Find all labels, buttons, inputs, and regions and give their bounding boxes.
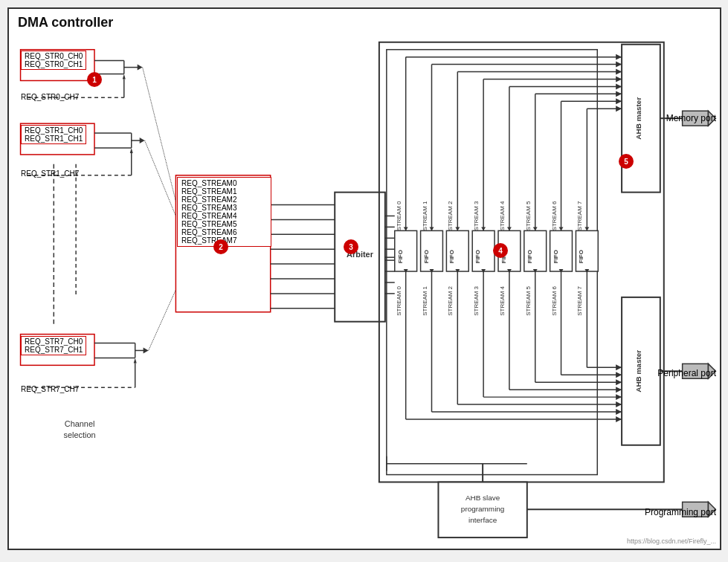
req-str7-ch1: REQ_STR7_CH1 — [25, 346, 83, 354]
svg-marker-175 — [584, 269, 589, 273]
svg-text:selection: selection — [64, 430, 96, 439]
req-str0-ch7: REQ_STR0_CH7 — [21, 92, 79, 101]
stream-req-box: REQ_STREAM0 REQ_STREAM1 REQ_STREAM2 REQ_… — [177, 177, 271, 247]
svg-text:STREAM 4: STREAM 4 — [499, 201, 506, 230]
svg-rect-37 — [335, 193, 385, 322]
req-stream4: REQ_STREAM4 — [181, 212, 267, 220]
req-str7-group: REQ_STR7_CH0 REQ_STR7_CH1 — [21, 336, 86, 355]
svg-line-157 — [145, 140, 176, 216]
svg-marker-119 — [616, 372, 622, 378]
svg-marker-90 — [616, 62, 622, 68]
req-str7-ch0: REQ_STR7_CH0 — [25, 337, 83, 346]
svg-text:STREAM 6: STREAM 6 — [551, 285, 558, 315]
svg-marker-171 — [481, 269, 486, 273]
svg-text:STREAM 1: STREAM 1 — [422, 201, 428, 230]
svg-marker-173 — [533, 269, 538, 273]
svg-text:Channel: Channel — [65, 419, 95, 428]
svg-rect-133 — [438, 482, 526, 537]
programming-port-label: Programming port — [645, 507, 716, 517]
svg-text:STREAM 5: STREAM 5 — [525, 201, 532, 230]
svg-marker-172 — [507, 269, 512, 273]
svg-text:FIFO: FIFO — [448, 250, 455, 263]
svg-text:STREAM 7: STREAM 7 — [576, 201, 583, 230]
svg-text:AHB slave: AHB slave — [466, 494, 500, 502]
svg-marker-118 — [616, 379, 622, 385]
req-str1-ch0: REQ_STR1_CH0 — [25, 126, 83, 135]
svg-marker-115 — [616, 401, 622, 407]
req-stream5: REQ_STREAM5 — [181, 220, 267, 228]
svg-marker-168 — [404, 269, 408, 273]
req-str1-ch7: REQ_STR1_CH7 — [21, 169, 79, 178]
badge-2: 2 — [213, 239, 228, 254]
req-str0-ch1: REQ_STR0_CH1 — [25, 60, 83, 68]
svg-marker-167 — [584, 227, 589, 230]
watermark: https://blog.csdn.net/Firefly_... — [627, 537, 716, 545]
svg-text:STREAM 5: STREAM 5 — [525, 285, 532, 315]
req-stream2: REQ_STREAM2 — [181, 196, 267, 204]
svg-line-158 — [149, 290, 176, 351]
svg-marker-165 — [533, 227, 538, 230]
svg-rect-43 — [446, 230, 468, 271]
svg-marker-169 — [430, 269, 434, 273]
svg-text:STREAM 3: STREAM 3 — [473, 285, 480, 315]
req-stream1: REQ_STREAM1 — [181, 187, 267, 196]
svg-marker-92 — [616, 77, 622, 83]
svg-marker-116 — [616, 394, 622, 400]
svg-marker-8 — [123, 74, 126, 80]
svg-marker-5 — [138, 65, 143, 71]
req-stream3: REQ_STREAM3 — [181, 204, 267, 212]
svg-text:AHB master: AHB master — [634, 97, 642, 140]
svg-text:programming: programming — [461, 505, 505, 513]
svg-marker-160 — [404, 227, 408, 230]
svg-text:STREAM 0: STREAM 0 — [396, 201, 402, 230]
svg-text:FIFO: FIFO — [553, 250, 559, 263]
svg-marker-170 — [455, 269, 460, 273]
svg-text:STREAM 0: STREAM 0 — [396, 285, 402, 315]
svg-text:STREAM 6: STREAM 6 — [551, 201, 558, 230]
svg-rect-39 — [379, 42, 664, 482]
badge-1: 1 — [87, 72, 102, 87]
req-str0-ch0: REQ_STR0_CH0 — [25, 52, 83, 60]
svg-marker-162 — [455, 227, 460, 230]
svg-marker-17 — [130, 148, 133, 153]
svg-marker-166 — [559, 227, 564, 230]
svg-marker-27 — [134, 358, 137, 363]
svg-text:FIFO: FIFO — [578, 250, 584, 263]
svg-marker-94 — [616, 91, 622, 97]
peripheral-port-label: Peripheral port — [657, 368, 716, 378]
svg-rect-44 — [472, 230, 495, 271]
req-str7-ch7: REQ_STR7_CH7 — [21, 384, 79, 393]
svg-marker-24 — [144, 347, 149, 353]
req-stream0: REQ_STREAM0 — [181, 179, 267, 187]
svg-text:FIFO: FIFO — [526, 250, 533, 263]
req-str0-group: REQ_STR0_CH0 REQ_STR0_CH1 — [21, 51, 86, 70]
badge-5: 5 — [619, 154, 634, 169]
svg-rect-48 — [576, 230, 598, 271]
svg-text:interface: interface — [468, 516, 497, 524]
svg-rect-121 — [622, 45, 660, 193]
svg-text:STREAM 3: STREAM 3 — [473, 201, 480, 230]
svg-marker-161 — [430, 227, 434, 230]
svg-marker-117 — [616, 387, 622, 393]
svg-rect-123 — [622, 297, 660, 445]
svg-rect-41 — [395, 230, 417, 271]
svg-rect-47 — [550, 230, 573, 271]
svg-rect-46 — [524, 230, 547, 271]
svg-text:FIFO: FIFO — [474, 250, 481, 263]
svg-text:STREAM 4: STREAM 4 — [499, 285, 506, 315]
svg-marker-14 — [140, 138, 145, 143]
svg-marker-164 — [507, 227, 512, 230]
main-container: DMA controller — [7, 7, 721, 550]
svg-marker-93 — [616, 83, 622, 89]
svg-text:FIFO: FIFO — [423, 250, 430, 263]
svg-marker-96 — [616, 106, 622, 112]
svg-marker-89 — [616, 54, 622, 60]
svg-marker-174 — [559, 269, 564, 273]
req-stream6: REQ_STREAM6 — [181, 228, 267, 236]
svg-text:STREAM 2: STREAM 2 — [447, 201, 454, 230]
svg-text:STREAM 7: STREAM 7 — [576, 285, 583, 315]
badge-4: 4 — [493, 243, 508, 258]
svg-text:FIFO: FIFO — [397, 250, 404, 263]
req-str1-ch1: REQ_STR1_CH1 — [25, 135, 83, 143]
svg-marker-113 — [616, 416, 622, 422]
